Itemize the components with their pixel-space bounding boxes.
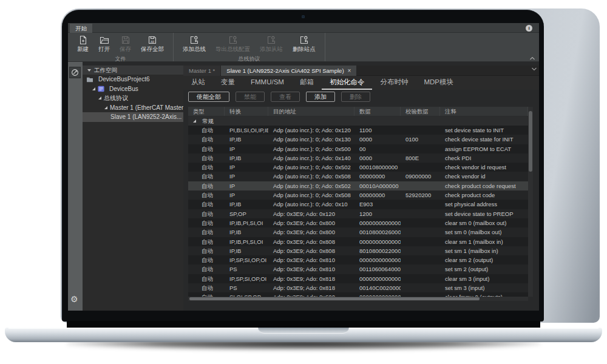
cell-c2: IP,IB [225, 200, 268, 209]
table-row[interactable]: 自动IP,IBAdp: 0x3E9; Ado: 0x80880108000220… [188, 246, 528, 255]
probe-tool-icon[interactable] [69, 67, 81, 78]
column-header-4[interactable]: 数据 [354, 107, 401, 116]
doc-tab-0[interactable]: Master 1 * [183, 66, 220, 76]
cell-c6: set device state to PREOP [440, 209, 528, 218]
table-group-row[interactable]: 常规 [188, 116, 528, 126]
table-row[interactable]: 自动IP,IB,PI,SI,OIAdp: 0x3E9; Ado: 0x80800… [188, 237, 528, 246]
cell-c4: 0011060064000100 [354, 265, 401, 274]
subtab-0[interactable]: 从站 [183, 76, 213, 90]
save-all-button[interactable]: All保存全部 [138, 35, 167, 54]
table-row[interactable]: 自动IP,IBAdp (auto incr.): 0; Ado: 0x14000… [188, 153, 528, 163]
document-tab-bar: Master 1 *Slave 1 (LAN9252-2Axis CiA402 … [183, 66, 539, 76]
cell-c6: check vendor id [440, 172, 528, 181]
table-row[interactable]: 自动PSAdp: 0x3E9; Ado: 0x81800140C00200001… [188, 283, 528, 292]
column-header-5[interactable]: 校验数据 [401, 107, 440, 116]
cell-c2: SP,OP [225, 209, 268, 218]
table-row[interactable]: 自动IPAdp (auto incr.): 0; Ado: 0x50000ass… [188, 144, 528, 153]
init-command-table: 常规自动PI,BI,SI,OI,IP,IBAdp (auto incr.): 0… [188, 116, 528, 297]
settings-gear-icon[interactable]: ⚙ [70, 295, 78, 303]
cell-c2: PS [225, 283, 268, 292]
table-row[interactable]: 自动IP,IBAdp: 0x3E9; Ado: 0x80000108000260… [188, 228, 528, 237]
cell-c3: Adp (auto incr.): 0; Ado: 0x120 [268, 126, 354, 135]
expanded-arrow-icon[interactable] [92, 87, 95, 90]
table-row[interactable]: 自动IPAdp (auto incr.): 0; Ado: 0x50200010… [188, 181, 528, 190]
expanded-arrow-icon[interactable] [193, 120, 196, 123]
table-row[interactable]: 自动IPAdp (auto incr.): 0; Ado: 0x50800000… [188, 172, 528, 181]
cell-c3: Adp: 0x3E9; Ado: 0x600 [268, 292, 354, 297]
open-button[interactable]: 打开 [95, 35, 113, 54]
workspace-panel-header[interactable]: 工作空间 [83, 66, 183, 75]
tree-item-slave-1-lan9252-2axis[interactable]: Slave 1 (LAN9252-2Axis... [83, 112, 183, 122]
cell-c5 [401, 144, 440, 153]
column-header-3[interactable]: 目的地址 [268, 107, 354, 116]
table-row[interactable]: 自动IP,SP,SI,OP,OIAdp: 0x3E9; Ado: 0x81800… [188, 274, 528, 283]
horizontal-scrollbar[interactable] [188, 297, 528, 301]
vertical-scrollbar-thumb[interactable] [529, 111, 532, 172]
info-icon[interactable]: i [526, 25, 532, 32]
add-bus-button[interactable]: 添加总线 [180, 35, 209, 54]
expanded-arrow-icon[interactable] [104, 106, 107, 109]
chevron-up-icon[interactable] [529, 56, 535, 61]
cell-c4: 0000000000000000 [354, 255, 401, 265]
close-icon[interactable]: × [348, 66, 351, 76]
table-row[interactable]: 自动IP,IBAdp (auto incr.): 0; Ado: 0x13000… [188, 135, 528, 144]
disable-button: 禁能 [236, 92, 265, 102]
group-label: 常规 [202, 116, 214, 126]
cell-c3: Adp (auto incr.): 0; Ado: 0x500 [268, 144, 354, 153]
ribbon-button-label: 新建 [77, 46, 89, 53]
cell-c5 [401, 292, 440, 297]
ribbon-button-label: 导出总线配置 [215, 46, 250, 53]
subtab-1[interactable]: 变量 [213, 76, 243, 90]
cell-c3: Adp (auto incr.): 0; Ado: 0x502 [268, 163, 354, 172]
subtab-2[interactable]: FMMU/SM [243, 76, 292, 90]
column-header-6[interactable]: 注释 [440, 107, 528, 116]
table-row[interactable]: 自动IP,IB,PI,SI,OIAdp: 0x3E9; Ado: 0x80000… [188, 218, 528, 228]
tree-item-label: Master 1 (EtherCAT Master) [110, 103, 183, 113]
cell-c3: Adp (auto incr.): 0; Ado: 0x10 [268, 200, 354, 209]
new-file-icon [78, 35, 88, 45]
table-row[interactable]: 自动PI,BI,SI,OI,IP,IBAdp (auto incr.): 0; … [188, 126, 528, 135]
delete-button: 删除 [341, 92, 370, 102]
horizontal-scrollbar-thumb[interactable] [189, 297, 480, 300]
ribbon-button-label: 保存全部 [141, 46, 164, 53]
tree-item-master-1-ethercat-master[interactable]: Master 1 (EtherCAT Master) [83, 103, 183, 113]
table-row[interactable]: 自动SP,OPAdp: 0x3E9; Ado: 0x1201200set dev… [188, 209, 528, 218]
cell-c6: check device state for INIT [440, 135, 528, 144]
column-header-1[interactable]: 类型 [188, 107, 225, 116]
subtab-5[interactable]: 分布时钟 [372, 76, 416, 90]
tree-item-project[interactable]: DeviceBusProject6 [83, 75, 183, 84]
table-row[interactable]: 自动IP,SP,SI,OP,OIAdp: 0x3E9; Ado: 0x81000… [188, 255, 528, 265]
table-row[interactable]: 自动PSAdp: 0x3E9; Ado: 0x81000110600640001… [188, 265, 528, 274]
table-row[interactable]: 自动IPAdp (auto incr.): 0; Ado: 0x50800000… [188, 190, 528, 200]
ribbon-tab-bar: 开始 i [68, 23, 539, 33]
cell-c1: 自动 [188, 190, 225, 200]
tab-overflow-chevron-icon[interactable] [531, 67, 537, 73]
tree-item-label: 总线协议 [104, 93, 128, 103]
cell-c1: 自动 [188, 126, 225, 135]
cell-c6: check PDI [440, 153, 528, 163]
cell-c5 [401, 255, 440, 265]
subtab-6[interactable]: MDP模块 [416, 76, 461, 90]
delete-station-button[interactable]: 删除站点 [290, 35, 319, 54]
table-row[interactable]: 自动SI,OI,SP,OPAdp: 0x3E9; Ado: 0x60000000… [188, 292, 528, 297]
expanded-arrow-icon[interactable] [98, 96, 101, 99]
cell-c5: 09000000 [401, 172, 440, 181]
new-button[interactable]: 新建 [74, 35, 92, 54]
tree-item-devicebus[interactable]: DeviceBus [83, 84, 183, 94]
folder-icon [86, 76, 96, 83]
table-row[interactable]: 自动IP,IBAdp (auto incr.): 0; Ado: 0x10E90… [188, 200, 528, 209]
doc-tab-1[interactable]: Slave 1 (LAN9252-2Axis CiA402 SPI Sample… [221, 66, 356, 76]
cell-c6: set sm 2 (output) [440, 265, 528, 274]
subtab-3[interactable]: 邮箱 [292, 76, 322, 90]
svg-text:All: All [151, 40, 154, 44]
tab-home[interactable]: 开始 [70, 24, 92, 33]
cell-c3: Adp: 0x3E9; Ado: 0x808 [268, 237, 354, 246]
table-row[interactable]: 自动IPAdp (auto incr.): 0; Ado: 0x50200010… [188, 163, 528, 172]
add-button[interactable]: 添加 [306, 92, 335, 102]
enable-all-button[interactable]: 使能全部 [188, 92, 229, 102]
tree-item-node[interactable]: 总线协议 [83, 93, 183, 103]
column-header-2[interactable]: 转换 [225, 107, 268, 116]
cell-c5 [401, 237, 440, 246]
vertical-scrollbar[interactable] [528, 107, 533, 297]
subtab-4[interactable]: 初始化命令 [322, 76, 373, 90]
